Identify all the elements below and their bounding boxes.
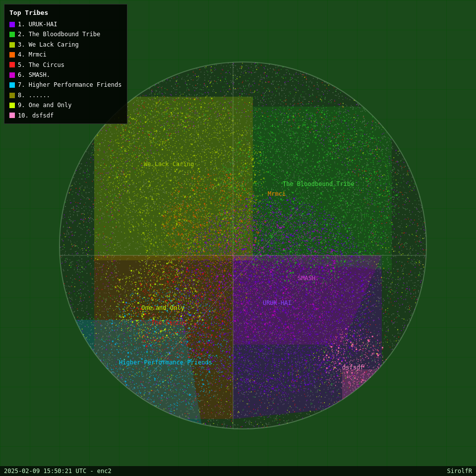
timestamp: 2025-02-09 15:50:21 UTC - enc2 xyxy=(4,468,112,475)
legend-item: 4. Mrmci xyxy=(9,50,122,60)
legend-item: 7. Higher Performance Friends xyxy=(9,80,122,90)
legend-item: 10. dsfsdf xyxy=(9,111,122,120)
legend-item: 6. SMASH. xyxy=(9,70,122,80)
legend-item: 2. The Bloodbound Tribe xyxy=(9,29,122,39)
legend-items: 1. URUK-HAI2. The Bloodbound Tribe3. We … xyxy=(9,19,122,120)
legend-item: 1. URUK-HAI xyxy=(9,19,122,29)
legend-item: 5. The Circus xyxy=(9,60,122,70)
username: SirolfR xyxy=(447,468,472,475)
legend-item: 3. We Lack Caring xyxy=(9,40,122,50)
bottom-bar: 2025-02-09 15:50:21 UTC - enc2 SirolfR xyxy=(0,466,476,476)
legend-item: 8. ...... xyxy=(9,90,122,100)
legend-item: 9. One and Only xyxy=(9,100,122,110)
legend-title: Top Tribes xyxy=(9,7,122,18)
legend-panel: Top Tribes 1. URUK-HAI2. The Bloodbound … xyxy=(4,4,127,124)
